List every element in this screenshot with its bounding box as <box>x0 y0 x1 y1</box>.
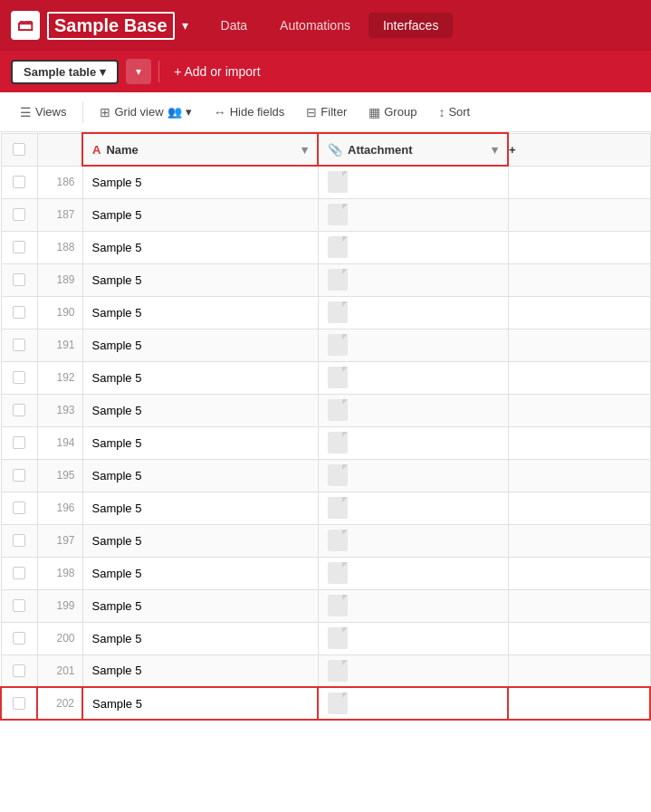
row-checkbox[interactable] <box>13 273 25 286</box>
attachment-cell[interactable] <box>318 492 508 524</box>
row-checkbox[interactable] <box>13 502 25 514</box>
name-cell[interactable]: Sample 5 <box>82 329 318 361</box>
row-checkbox[interactable] <box>13 599 25 612</box>
row-number: 198 <box>37 557 82 589</box>
row-checkbox[interactable] <box>13 339 25 351</box>
attachment-cell[interactable] <box>318 361 508 394</box>
attachment-icon <box>328 399 348 421</box>
name-cell[interactable]: Sample 5 <box>82 622 318 654</box>
attachment-cell[interactable] <box>318 263 508 296</box>
attachment-cell[interactable] <box>318 589 508 622</box>
name-cell[interactable]: Sample 5 <box>82 361 318 394</box>
hidefields-icon: ↔ <box>214 105 226 119</box>
row-checkbox[interactable] <box>13 567 25 579</box>
views-button[interactable]: ☰ Views <box>11 100 75 124</box>
name-cell[interactable]: Sample 5 <box>82 394 318 426</box>
row-checkbox[interactable] <box>13 241 25 253</box>
table-row: 202Sample 5 <box>1 687 650 720</box>
attachment-icon <box>328 693 348 714</box>
attachment-cell[interactable] <box>318 426 508 459</box>
row-checkbox-cell <box>1 622 37 654</box>
name-cell[interactable]: Sample 5 <box>82 654 318 687</box>
name-cell[interactable]: Sample 5 <box>82 296 318 329</box>
name-cell[interactable]: Sample 5 <box>82 459 318 492</box>
row-number: 200 <box>37 622 82 654</box>
extra-cell <box>508 622 650 654</box>
attachment-cell[interactable] <box>318 394 508 426</box>
attachment-icon <box>328 236 348 258</box>
sort-button[interactable]: ↕ Sort <box>429 100 479 124</box>
attachment-cell[interactable] <box>318 687 508 720</box>
toolbar: ☰ Views ⊞ Grid view 👥 ▾ ↔ Hide fields ⊟ … <box>0 92 651 132</box>
name-col-label: Name <box>106 143 138 157</box>
row-checkbox[interactable] <box>13 306 25 319</box>
app-logo-icon: 🗃 <box>11 11 40 40</box>
name-col-dropdown[interactable]: ▾ <box>302 143 308 157</box>
table-container: A Name ▾ 📎 Attachment ▾ + 186Sample 5187… <box>0 132 651 812</box>
row-checkbox[interactable] <box>13 371 25 384</box>
attachment-col-dropdown[interactable]: ▾ <box>492 143 498 157</box>
row-checkbox-cell <box>1 557 37 589</box>
table-dropdown-arrow[interactable]: ▾ <box>126 59 151 84</box>
extra-cell <box>508 426 650 459</box>
attachment-cell[interactable] <box>318 622 508 654</box>
row-checkbox[interactable] <box>13 404 25 416</box>
table-row: 196Sample 5 <box>1 492 650 524</box>
row-number: 186 <box>37 166 82 198</box>
attachment-icon <box>328 367 348 388</box>
filter-button[interactable]: ⊟ Filter <box>297 100 356 124</box>
attachment-cell[interactable] <box>318 524 508 557</box>
table-row: 190Sample 5 <box>1 296 650 329</box>
attachment-cell[interactable] <box>318 654 508 687</box>
attachment-cell[interactable] <box>318 231 508 263</box>
attachment-cell[interactable] <box>318 198 508 231</box>
header-attachment-col: 📎 Attachment ▾ <box>318 133 508 166</box>
row-number: 194 <box>37 426 82 459</box>
hidefields-button[interactable]: ↔ Hide fields <box>205 100 294 124</box>
name-cell[interactable]: Sample 5 <box>82 198 318 231</box>
tab-data[interactable]: Data <box>206 13 263 38</box>
gridview-button[interactable]: ⊞ Grid view 👥 ▾ <box>91 100 200 124</box>
row-checkbox[interactable] <box>13 469 25 482</box>
add-import-button[interactable]: + Add or import <box>167 61 267 82</box>
gridview-dropdown-arrow: ▾ <box>186 105 192 119</box>
name-cell[interactable]: Sample 5 <box>82 231 318 263</box>
group-button[interactable]: ▦ Group <box>359 100 426 124</box>
name-cell[interactable]: Sample 5 <box>82 589 318 622</box>
row-number: 197 <box>37 524 82 557</box>
attachment-cell[interactable] <box>318 329 508 361</box>
extra-cell <box>508 459 650 492</box>
row-checkbox-cell <box>1 524 37 557</box>
attachment-cell[interactable] <box>318 166 508 198</box>
name-cell[interactable]: Sample 5 <box>82 166 318 198</box>
attachment-col-type-icon: 📎 <box>328 143 342 157</box>
sort-icon: ↕ <box>438 105 445 119</box>
row-checkbox-cell <box>1 426 37 459</box>
attachment-cell[interactable] <box>318 296 508 329</box>
name-cell[interactable]: Sample 5 <box>82 524 318 557</box>
name-cell[interactable]: Sample 5 <box>82 263 318 296</box>
extra-cell <box>508 361 650 394</box>
add-column-button[interactable]: + <box>508 133 650 166</box>
row-checkbox[interactable] <box>13 436 25 449</box>
header-checkbox[interactable] <box>13 143 25 156</box>
tab-automations[interactable]: Automations <box>265 13 365 38</box>
row-checkbox-cell <box>1 687 37 720</box>
row-checkbox[interactable] <box>13 176 25 188</box>
row-checkbox[interactable] <box>13 697 25 710</box>
tab-interfaces[interactable]: Interfaces <box>369 13 453 38</box>
name-cell[interactable]: Sample 5 <box>82 492 318 524</box>
row-checkbox[interactable] <box>13 208 25 221</box>
row-checkbox[interactable] <box>13 664 25 677</box>
name-cell[interactable]: Sample 5 <box>82 426 318 459</box>
table-tab-sample[interactable]: Sample table ▾ <box>11 60 119 84</box>
attachment-cell[interactable] <box>318 557 508 589</box>
row-checkbox[interactable] <box>13 534 25 547</box>
row-checkbox[interactable] <box>13 632 25 645</box>
name-cell[interactable]: Sample 5 <box>82 687 318 720</box>
attachment-col-label: Attachment <box>348 143 413 157</box>
name-cell[interactable]: Sample 5 <box>82 557 318 589</box>
app-dropdown-arrow[interactable]: ▾ <box>182 18 188 33</box>
table-row: 195Sample 5 <box>1 459 650 492</box>
attachment-cell[interactable] <box>318 459 508 492</box>
